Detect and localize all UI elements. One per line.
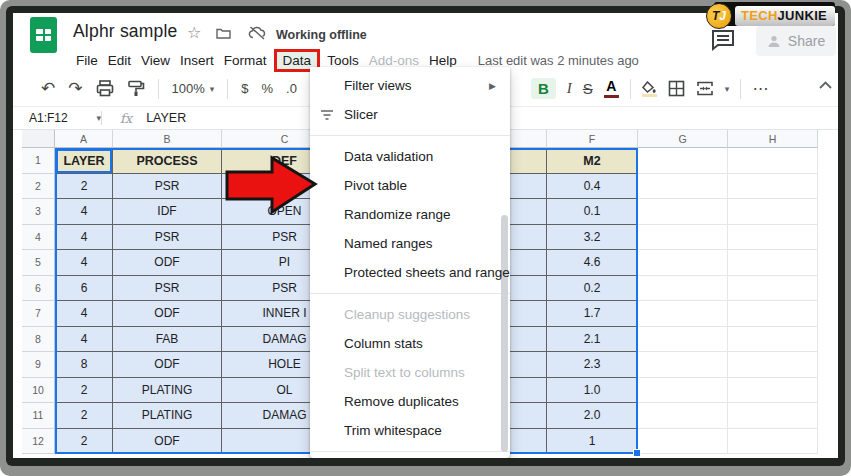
cell-A5[interactable]: 4	[55, 250, 113, 276]
cell-F6[interactable]: 0.2	[547, 276, 638, 302]
cell-F7[interactable]: 1.7	[547, 301, 638, 327]
row-header-6[interactable]: 6	[22, 276, 55, 302]
cell-F1[interactable]: M2	[547, 148, 638, 174]
merge-dropdown-icon[interactable]: ▾	[725, 84, 730, 94]
cell-H12[interactable]	[728, 429, 818, 455]
more-options-button[interactable]: ⋯	[752, 79, 769, 98]
cell-A6[interactable]: 6	[55, 276, 113, 302]
column-header-A[interactable]: A	[55, 130, 113, 148]
cell-A3[interactable]: 4	[55, 199, 113, 225]
menu-item-named-ranges[interactable]: Named ranges	[310, 229, 510, 258]
cell-B9[interactable]: ODF	[113, 352, 222, 378]
cell-B7[interactable]: ODF	[113, 301, 222, 327]
cell-F9[interactable]: 2.3	[547, 352, 638, 378]
merge-cells-button[interactable]	[696, 81, 714, 96]
cell-B2[interactable]: PSR	[113, 174, 222, 200]
cell-A2[interactable]: 2	[55, 174, 113, 200]
column-header-G[interactable]: G	[638, 130, 728, 148]
menu-item-remove-duplicates[interactable]: Remove duplicates	[310, 387, 510, 416]
column-header-F[interactable]: F	[547, 130, 638, 148]
menubar-item-insert[interactable]: Insert	[175, 51, 219, 70]
cell-H7[interactable]	[728, 301, 818, 327]
cell-F2[interactable]: 0.4	[547, 174, 638, 200]
paint-format-icon[interactable]	[127, 80, 145, 97]
cell-H11[interactable]	[728, 403, 818, 429]
format-percent-button[interactable]: %	[262, 81, 274, 96]
menu-item-slicer[interactable]: Slicer	[310, 100, 510, 129]
cell-G5[interactable]	[638, 250, 728, 276]
menubar-item-view[interactable]: View	[136, 51, 175, 70]
row-header-3[interactable]: 3	[22, 199, 55, 225]
cell-F12[interactable]: 1	[547, 429, 638, 455]
menu-item-column-stats[interactable]: Column stats	[310, 329, 510, 358]
cell-G3[interactable]	[638, 199, 728, 225]
cell-H6[interactable]	[728, 276, 818, 302]
cell-B1[interactable]: PROCESS	[113, 148, 222, 174]
comment-icon[interactable]	[710, 28, 736, 52]
italic-button[interactable]: I	[567, 80, 572, 97]
menubar-item-edit[interactable]: Edit	[103, 51, 136, 70]
selection-fill-handle[interactable]	[633, 449, 641, 457]
cell-G6[interactable]	[638, 276, 728, 302]
cell-H2[interactable]	[728, 174, 818, 200]
cell-A12[interactable]: 2	[55, 429, 113, 455]
menubar-item-format[interactable]: Format	[219, 51, 272, 70]
cell-A4[interactable]: 4	[55, 225, 113, 251]
cell-B4[interactable]: PSR	[113, 225, 222, 251]
cell-G1[interactable]	[638, 148, 728, 174]
menu-item-pivot-table[interactable]: Pivot table	[310, 171, 510, 200]
text-color-button[interactable]: A	[604, 79, 619, 98]
print-icon[interactable]	[96, 80, 114, 97]
collapse-toolbar-icon[interactable]	[819, 81, 832, 89]
name-box[interactable]: A1:F12 ▾	[29, 111, 101, 125]
cell-B12[interactable]: ODF	[113, 429, 222, 455]
cell-A7[interactable]: 4	[55, 301, 113, 327]
cell-B3[interactable]: IDF	[113, 199, 222, 225]
column-header-B[interactable]: B	[113, 130, 222, 148]
cell-F3[interactable]: 0.1	[547, 199, 638, 225]
cell-B10[interactable]: PLATING	[113, 378, 222, 404]
format-currency-button[interactable]: $	[241, 81, 248, 96]
undo-icon[interactable]: ↶	[41, 78, 55, 99]
menubar-item-file[interactable]: File	[71, 51, 103, 70]
cell-A10[interactable]: 2	[55, 378, 113, 404]
cell-H10[interactable]	[728, 378, 818, 404]
cell-A9[interactable]: 8	[55, 352, 113, 378]
cell-G7[interactable]	[638, 301, 728, 327]
column-header-H[interactable]: H	[728, 130, 818, 148]
row-header-10[interactable]: 10	[22, 378, 55, 404]
cell-B8[interactable]: FAB	[113, 327, 222, 353]
cell-B5[interactable]: ODF	[113, 250, 222, 276]
cell-G4[interactable]	[638, 225, 728, 251]
cell-H8[interactable]	[728, 327, 818, 353]
fill-color-button[interactable]	[642, 81, 657, 97]
cell-F8[interactable]: 2.1	[547, 327, 638, 353]
share-button[interactable]: Share	[756, 26, 836, 56]
menu-item-randomize-range[interactable]: Randomize range	[310, 200, 510, 229]
menu-item-data-validation[interactable]: Data validation	[310, 142, 510, 171]
cell-H4[interactable]	[728, 225, 818, 251]
cell-A11[interactable]: 2	[55, 403, 113, 429]
last-edit-status[interactable]: Last edit was 2 minutes ago	[478, 53, 639, 68]
menu-item-trim-whitespace[interactable]: Trim whitespace	[310, 416, 510, 445]
row-header-11[interactable]: 11	[22, 403, 55, 429]
row-header-7[interactable]: 7	[22, 301, 55, 327]
cell-H3[interactable]	[728, 199, 818, 225]
cell-G2[interactable]	[638, 174, 728, 200]
zoom-control[interactable]: 100% ▾	[172, 81, 215, 96]
star-icon[interactable]: ☆	[187, 23, 201, 42]
sheets-logo-icon[interactable]	[30, 17, 57, 53]
decrease-decimal-button[interactable]: .0	[286, 81, 297, 96]
cell-A8[interactable]: 4	[55, 327, 113, 353]
select-all-corner[interactable]	[22, 130, 55, 148]
strikethrough-button[interactable]: S	[583, 80, 593, 97]
row-header-2[interactable]: 2	[22, 174, 55, 200]
cell-H9[interactable]	[728, 352, 818, 378]
cell-B6[interactable]: PSR	[113, 276, 222, 302]
cell-G10[interactable]	[638, 378, 728, 404]
cell-F10[interactable]: 1.0	[547, 378, 638, 404]
folder-icon[interactable]	[216, 27, 231, 39]
cell-H1[interactable]	[728, 148, 818, 174]
cell-A1[interactable]: LAYER	[55, 148, 113, 174]
cell-B11[interactable]: PLATING	[113, 403, 222, 429]
